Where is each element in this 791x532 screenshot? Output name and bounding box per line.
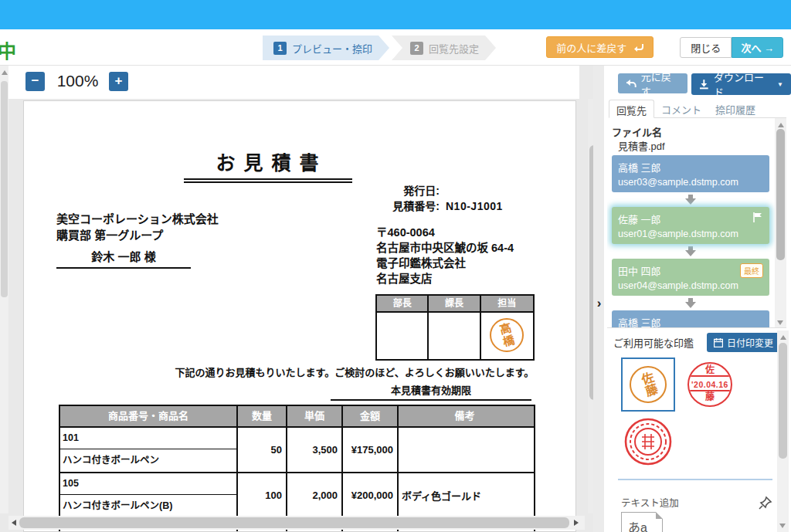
close-button[interactable]: 閉じる xyxy=(680,37,732,58)
scroll-up-arrow[interactable] xyxy=(780,335,786,340)
sidebar-scrollbar[interactable] xyxy=(777,330,789,532)
scroll-up-arrow[interactable] xyxy=(2,70,8,75)
route-user-card[interactable]: 高橋 三郎 user03@sample.dstmp.com xyxy=(612,310,769,328)
col-header-unit-price: 単価 xyxy=(287,406,343,426)
route-user-card[interactable]: 高橋 三郎 user03@sample.dstmp.com xyxy=(612,155,769,192)
section-divider xyxy=(618,479,772,480)
item-qty: 100 xyxy=(238,473,287,517)
issuer-branch: 名古屋支店 xyxy=(376,271,514,286)
seal-name-sato[interactable]: 佐藤 xyxy=(621,357,675,412)
user-email: user04@sample.dstmp.com xyxy=(618,280,763,291)
issuer-company: 電子印鑑株式会社 xyxy=(376,256,514,271)
step-label: 回覧先設定 xyxy=(429,41,479,56)
item-name: ハンコ付きボールペン(B) xyxy=(60,495,236,517)
item-unit-price: 2,000 xyxy=(287,473,343,517)
tab-route[interactable]: 回覧先 xyxy=(609,100,654,118)
route-user-card[interactable]: 最終 田中 四郎 user04@sample.dstmp.com xyxy=(612,259,769,296)
items-header-row: 商品番号・商品名 数量 単価 金額 備考 xyxy=(60,406,534,426)
step-label: プレビュー・捺印 xyxy=(292,41,372,56)
top-blue-bar xyxy=(0,0,791,29)
scrollbar-thumb[interactable] xyxy=(776,129,785,260)
customer-company: 美空コーポレーション株式会社 xyxy=(56,211,219,227)
document-page: お 見 積 書 発行日: 見積番号:N10-J1001 美空コーポレーション株式… xyxy=(23,100,576,532)
customer-person: 鈴木 一郎 様 xyxy=(56,248,191,269)
step-navigation: 1 プレビュー・捺印 2 回覧先設定 xyxy=(263,36,496,60)
zoom-level: 100% xyxy=(49,72,107,90)
scrollbar-thumb[interactable] xyxy=(19,517,569,528)
item-code: 105 xyxy=(60,473,236,495)
user-email: user01@sample.dstmp.com xyxy=(618,229,763,239)
down-arrow-icon xyxy=(684,298,697,308)
col-header-product: 商品番号・商品名 xyxy=(60,406,238,426)
step-preview-stamp[interactable]: 1 プレビュー・捺印 xyxy=(263,36,389,60)
route-connector xyxy=(612,244,769,259)
scroll-left-arrow[interactable] xyxy=(12,520,16,526)
route-user-card-current[interactable]: 佐藤 一郎 user01@sample.dstmp.com xyxy=(612,207,769,244)
down-arrow-icon xyxy=(684,195,697,205)
scrollbar-thumb[interactable] xyxy=(779,343,787,459)
pushpin-icon[interactable] xyxy=(759,496,772,510)
undo-button[interactable]: 元に戻す xyxy=(618,73,687,93)
item-name: ハンコ付きボールペン xyxy=(60,449,236,472)
postal-code: 〒460-0064 xyxy=(376,225,514,240)
document-viewer: − 100% + お 見 積 書 発行日: 見積番号:N10-J1001 美空コ… xyxy=(8,66,593,532)
route-panel: ファイル名 見積書.pdf 高橋 三郎 user03@sample.dstmp.… xyxy=(607,118,786,328)
scroll-right-arrow[interactable] xyxy=(574,520,579,526)
route-scrollbar[interactable] xyxy=(775,118,786,328)
step-number-badge: 1 xyxy=(273,42,287,55)
approval-header: 課長 xyxy=(429,296,480,311)
col-header-note: 備考 xyxy=(399,406,531,426)
main-area: − 100% + お 見 積 書 発行日: 見積番号:N10-J1001 美空コ… xyxy=(0,66,791,532)
item-amount: ¥175,000 xyxy=(343,428,399,472)
item-code: 101 xyxy=(60,428,236,449)
customer-dept: 購買部 第一グループ xyxy=(56,227,219,243)
seal-date-sato[interactable]: 佐 '20.04.16 藤 xyxy=(683,357,737,412)
available-stamps-label: ご利用可能な印鑑 xyxy=(613,335,694,350)
caret-down-icon: ▼ xyxy=(777,81,783,88)
horizontal-scrollbar[interactable] xyxy=(8,516,585,530)
down-arrow-icon xyxy=(684,246,697,256)
return-arrow-icon xyxy=(633,42,643,52)
file-name: 見積書.pdf xyxy=(618,138,665,153)
issue-date-label: 発行日: xyxy=(356,183,440,198)
approval-header: 部長 xyxy=(377,296,429,311)
undo-icon xyxy=(626,79,637,88)
scroll-up-arrow[interactable] xyxy=(778,123,784,127)
tab-comment[interactable]: コメント xyxy=(654,100,708,117)
calendar-icon xyxy=(714,338,723,347)
add-text-tool[interactable]: あa xyxy=(621,512,663,532)
sato-date-seal-icon: 佐 '20.04.16 藤 xyxy=(687,362,732,407)
text-add-row: テキスト追加 xyxy=(621,495,772,510)
item-amount: ¥200,000 xyxy=(343,473,399,517)
download-icon xyxy=(699,80,709,90)
text-add-label: テキスト追加 xyxy=(621,495,679,510)
user-email: user03@sample.dstmp.com xyxy=(618,177,763,188)
items-table: 商品番号・商品名 数量 単価 金額 備考 101 ハンコ付きボールペン 50 3… xyxy=(59,405,535,532)
left-vertical-scrollbar[interactable] xyxy=(0,66,8,513)
tab-stamp-history[interactable]: 捺印履歴 xyxy=(708,100,762,117)
download-button[interactable]: ダウンロード ▼ xyxy=(691,73,791,95)
seal-corporate[interactable] xyxy=(621,415,675,469)
scroll-down-arrow[interactable] xyxy=(777,320,783,325)
issuer-address-block: 〒460-0064 名古屋市中央区鯱の坂 64-4 電子印鑑株式会社 名古屋支店 xyxy=(376,225,514,286)
zoom-in-button[interactable]: + xyxy=(109,72,128,91)
header-buttons: 前の人に差戻す 閉じる 次へ → xyxy=(546,36,783,58)
zoom-out-button[interactable]: − xyxy=(25,72,45,91)
next-button[interactable]: 次へ → xyxy=(732,37,783,58)
return-to-previous-button[interactable]: 前の人に差戻す xyxy=(546,36,654,58)
sidebar-action-buttons: 元に戻す ダウンロード ▼ xyxy=(618,73,791,95)
date-stamp-change-button[interactable]: 日付印変更 xyxy=(707,333,780,352)
col-header-amount: 金額 xyxy=(343,406,399,426)
table-row: 101 ハンコ付きボールペン 50 3,500 ¥175,000 xyxy=(60,426,534,472)
scroll-down-arrow[interactable] xyxy=(779,524,786,528)
scrollbar-thumb[interactable] xyxy=(1,81,8,297)
final-badge: 最終 xyxy=(740,263,763,278)
item-note xyxy=(399,428,531,472)
step-route-settings[interactable]: 2 回覧先設定 xyxy=(392,36,496,60)
document-title: お 見 積 書 xyxy=(184,147,352,180)
col-header-qty: 数量 xyxy=(238,406,287,426)
approval-stamp-table: 部長 課長 担当 高橋 xyxy=(375,294,535,361)
flag-icon xyxy=(753,212,763,222)
sidebar-collapse-handle[interactable]: › xyxy=(594,296,604,313)
user-name: 佐藤 一郎 xyxy=(618,212,763,226)
